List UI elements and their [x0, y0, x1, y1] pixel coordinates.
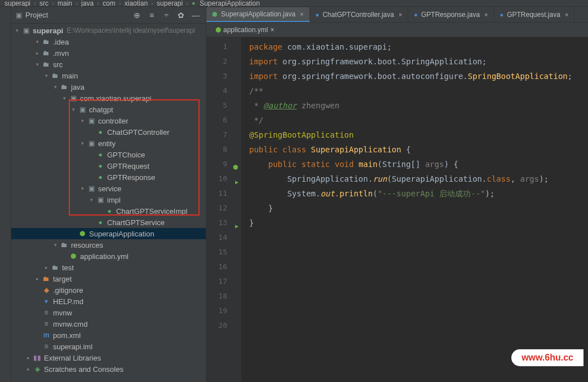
tree-item[interactable]: ▾▣impl — [11, 194, 206, 205]
project-title[interactable]: Project — [25, 11, 128, 19]
project-icon: ▣ — [16, 11, 22, 19]
crumb[interactable]: superapi — [5, 0, 30, 7]
settings-icon[interactable]: ✿ — [175, 11, 187, 20]
editor-tab[interactable]: ●GPTRequest.java× — [494, 7, 575, 22]
expand-arrow-icon[interactable] — [88, 151, 95, 158]
expand-arrow-icon[interactable] — [88, 129, 95, 135]
tool-window-strip[interactable] — [0, 7, 11, 382]
close-icon[interactable]: × — [399, 11, 402, 18]
crumb[interactable]: src — [39, 0, 48, 7]
sub-tab[interactable]: ⬢ application.yml × — [211, 25, 278, 35]
tree-item[interactable]: ▾🖿.idea — [11, 36, 206, 47]
expand-arrow-icon[interactable]: ▸ — [25, 354, 32, 361]
expand-arrow-icon[interactable]: ▾ — [43, 72, 50, 79]
expand-arrow-icon[interactable]: ▾ — [79, 140, 86, 147]
collapse-all-icon[interactable]: ÷ — [161, 11, 172, 20]
expand-arrow-icon[interactable] — [34, 287, 41, 293]
crumb[interactable]: java — [81, 0, 94, 7]
expand-arrow-icon[interactable] — [88, 163, 95, 169]
tree-item[interactable]: ▾▣service — [11, 183, 206, 194]
tree-item[interactable]: ●GPTResponse — [11, 172, 206, 183]
tree-item[interactable]: ⬢application.yml — [11, 251, 206, 262]
yml-icon: ⬢ — [215, 26, 221, 34]
expand-arrow-icon[interactable]: ▾ — [34, 38, 41, 45]
spring-gutter-icon[interactable]: ⬢ — [232, 160, 238, 167]
tree-item[interactable]: ●ChartGPTService — [11, 217, 206, 228]
select-opened-icon[interactable]: ⊕ — [131, 11, 143, 20]
expand-arrow-icon[interactable] — [70, 230, 77, 237]
expand-arrow-icon[interactable] — [88, 219, 95, 226]
close-icon[interactable]: × — [270, 26, 274, 34]
hide-icon[interactable]: — — [190, 11, 201, 20]
class-icon: ● — [316, 11, 320, 18]
tree-item[interactable]: ▾🖿main — [11, 70, 206, 81]
expand-arrow-icon[interactable] — [34, 343, 41, 350]
editor-tab[interactable]: ⬢SuperapiApplication.java× — [206, 7, 310, 22]
run-gutter-icon[interactable]: ▶ — [232, 175, 238, 182]
tree-item[interactable]: ●ChartGPTServiceImpl — [11, 205, 206, 217]
close-icon[interactable]: × — [565, 11, 568, 18]
tree-item[interactable]: ●GPTRequest — [11, 160, 206, 172]
run-gutter-icon[interactable]: ▶ — [232, 219, 238, 226]
project-tree[interactable]: ▾ ▣ superapi E:\Workspaces\Intellij idea… — [11, 24, 206, 382]
code-editor[interactable]: package com.xiaotian.superapi;import org… — [241, 37, 588, 382]
tree-item[interactable]: ▾🖿src — [11, 59, 206, 70]
tree-item[interactable]: ▾▣entity — [11, 138, 206, 149]
expand-arrow-icon[interactable] — [88, 174, 95, 181]
expand-arrow-icon[interactable]: ▸ — [34, 275, 41, 282]
crumb[interactable]: SuperapiApplication — [200, 0, 260, 7]
tree-item[interactable]: ▾HELP.md — [11, 296, 206, 307]
tree-item[interactable]: ▸◈Scratches and Consoles — [11, 363, 206, 375]
expand-arrow-icon[interactable] — [34, 320, 41, 327]
tree-item[interactable]: ▾▣chatgpt — [11, 104, 206, 115]
expand-arrow-icon[interactable]: ▾ — [52, 242, 59, 248]
tree-item[interactable]: ▸▮▮External Libraries — [11, 352, 206, 363]
tree-item[interactable]: ▾▣controller — [11, 115, 206, 126]
editor-tab[interactable]: ●ChatGPTController.java× — [310, 7, 409, 22]
expand-arrow-icon[interactable]: ▾ — [70, 106, 77, 113]
editor-area: ⬢SuperapiApplication.java×●ChatGPTContro… — [206, 7, 588, 382]
tree-item[interactable]: ▾🖿resources — [11, 239, 206, 251]
editor-tab[interactable]: ●GPTResponse.java× — [408, 7, 494, 22]
tree-item[interactable]: ▸🖿.mvn — [11, 47, 206, 59]
tree-item[interactable]: mpom.xml — [11, 330, 206, 341]
expand-arrow-icon[interactable]: ▾ — [61, 95, 68, 102]
expand-arrow-icon[interactable] — [61, 253, 68, 260]
crumb[interactable]: superapi — [157, 0, 183, 7]
crumb[interactable]: main — [58, 0, 72, 7]
tree-item[interactable]: ▾▣com.xiaotian.superapi — [11, 93, 206, 104]
crumb[interactable]: com — [103, 0, 116, 7]
close-icon[interactable]: × — [484, 11, 488, 18]
tree-item[interactable]: ▸🖿test — [11, 262, 206, 273]
tree-item[interactable]: ≡superapi.iml — [11, 341, 206, 352]
url-watermark: www.6hu.cc — [511, 349, 583, 366]
tree-item[interactable]: ▾🖿java — [11, 81, 206, 93]
expand-arrow-icon[interactable] — [34, 298, 41, 305]
tree-item[interactable]: ⬢SuperapiApplication — [11, 228, 206, 239]
expand-arrow-icon[interactable] — [97, 208, 104, 214]
expand-arrow-icon[interactable]: ▾ — [88, 196, 95, 203]
spring-icon: ⬢ — [212, 11, 218, 18]
tree-item[interactable]: ●GPTChoice — [11, 149, 206, 160]
tree-root[interactable]: ▾ ▣ superapi E:\Workspaces\Intellij idea… — [11, 25, 206, 36]
module-icon: ▣ — [21, 27, 30, 34]
expand-arrow-icon[interactable] — [34, 332, 41, 339]
expand-arrow-icon[interactable]: ▾ — [79, 117, 86, 124]
expand-arrow-icon[interactable]: ▾ — [52, 84, 59, 90]
expand-arrow-icon[interactable]: ▸ — [34, 50, 41, 56]
tree-item[interactable]: ≡mvnw.cmd — [11, 318, 206, 330]
tree-item[interactable]: ≡mvnw — [11, 307, 206, 318]
editor-gutter[interactable]: 123456789⬢10▶111213▶14151617181920 — [206, 37, 241, 382]
expand-arrow-icon[interactable]: ▸ — [25, 366, 32, 372]
expand-arrow-icon[interactable]: ▸ — [43, 264, 50, 271]
project-sidebar: ▣ Project ⊕ ≡ ÷ ✿ — ▾ ▣ superapi E:\Work… — [11, 7, 206, 382]
expand-arrow-icon[interactable]: ▾ — [79, 185, 86, 192]
tree-item[interactable]: ◆.gitignore — [11, 284, 206, 296]
expand-all-icon[interactable]: ≡ — [146, 11, 157, 20]
tree-item[interactable]: ▸🖿target — [11, 273, 206, 284]
close-icon[interactable]: × — [300, 11, 303, 17]
expand-arrow-icon[interactable] — [34, 309, 41, 316]
tree-item[interactable]: ●ChatGPTController — [11, 126, 206, 138]
expand-arrow-icon[interactable]: ▾ — [34, 61, 41, 68]
crumb[interactable]: xiaotian — [125, 0, 148, 7]
